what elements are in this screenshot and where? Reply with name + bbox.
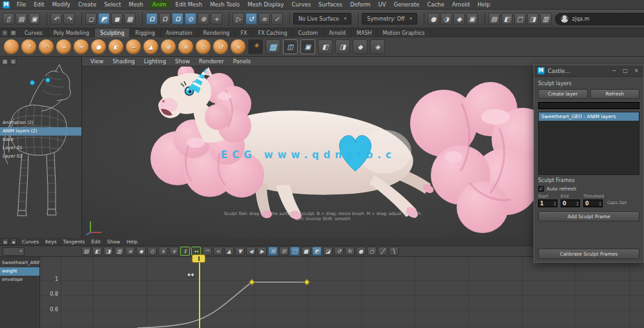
maximize-icon[interactable]: □ <box>621 68 629 74</box>
menu-item[interactable]: UV <box>375 1 390 8</box>
menu-item[interactable]: Edit Mesh <box>172 1 207 8</box>
add-sculpt-frame-button[interactable]: Add Sculpt Frame <box>538 211 639 221</box>
file-tool-icon[interactable]: ▣ <box>28 13 40 25</box>
menu-item[interactable]: Mesh <box>125 1 147 8</box>
menu-item[interactable]: Mesh Tools <box>206 1 244 8</box>
shelf-tool-icon[interactable]: ≡ <box>178 39 193 54</box>
menu-item[interactable]: Generate <box>390 1 424 8</box>
layer-name-field[interactable] <box>538 102 639 109</box>
panel-menu-icon[interactable]: ▤ <box>1 58 8 65</box>
graph-tool-icon[interactable]: ↺ <box>334 247 344 256</box>
render-icon[interactable]: ◑ <box>441 13 452 25</box>
graph-menu-item[interactable]: Help <box>123 239 141 245</box>
graph-tool-icon[interactable]: ∨ <box>169 247 179 256</box>
shelf-tool-icon[interactable]: ▲ <box>143 39 158 54</box>
panel-grid-icon[interactable]: ⊞ <box>10 58 17 65</box>
graph-tool-icon[interactable]: ■ <box>301 247 311 256</box>
shelf-tab[interactable]: Poly Modeling <box>48 28 95 37</box>
menu-item[interactable]: Create <box>74 1 100 8</box>
graph-tool-icon[interactable]: ▤ <box>81 247 91 256</box>
snap-icon[interactable]: Ω <box>146 13 158 25</box>
checkbox[interactable]: ✓ <box>538 186 544 192</box>
shelf-tool-icon[interactable]: ● <box>91 39 106 54</box>
refresh-button[interactable]: Refresh <box>590 89 640 99</box>
channel-row[interactable]: Sweetheart_ANIM <box>0 259 39 267</box>
layer-list-item[interactable]: Layer 01 <box>0 144 81 152</box>
shelf-tool-icon[interactable]: ▦ <box>265 39 280 54</box>
graph-tool-icon[interactable]: ↕ <box>180 247 190 256</box>
shelf-tool-icon[interactable]: ◈ <box>370 39 385 54</box>
shelf-tab[interactable]: Custom <box>293 28 324 37</box>
graph-tool-icon[interactable]: ⊞ <box>268 247 278 256</box>
graph-tool-icon[interactable]: ◀ <box>246 247 256 256</box>
graph-menu-item[interactable]: Curves <box>19 239 42 245</box>
shelf-tool-icon[interactable]: * <box>248 39 263 54</box>
shelf-tool-icon[interactable]: ~ <box>126 39 141 54</box>
graph-tool-icon[interactable]: ▥ <box>114 247 124 256</box>
account-widget[interactable]: zjqa.m ▾ <box>555 13 644 25</box>
window-title-bar[interactable]: M Castle... ─ □ × <box>534 65 643 77</box>
graph-tool-icon[interactable]: ╲ <box>389 247 399 256</box>
undo-redo-icon[interactable]: ↶ <box>50 13 62 25</box>
graph-tool-icon[interactable]: ◪ <box>323 247 333 256</box>
shelf-tool-icon[interactable]: ◇ <box>196 39 211 54</box>
shelf-tool-icon[interactable]: ↑ <box>21 39 36 54</box>
shelf-options-icon[interactable]: ▤ <box>10 30 17 37</box>
menu-item[interactable]: Help <box>473 1 493 8</box>
render-icon[interactable]: ● <box>428 13 439 25</box>
shelf-tab[interactable]: Rendering <box>198 28 236 37</box>
snap-icon[interactable]: Ω <box>159 13 171 25</box>
shelf-tool-icon[interactable]: ◨ <box>335 39 350 54</box>
shelf-tool-icon[interactable]: ▣ <box>300 39 315 54</box>
snap-icon[interactable]: ⊙ <box>185 13 196 25</box>
graph-tool-icon[interactable]: ▲ <box>224 247 234 256</box>
numeric-field[interactable]: End 0▴▾ <box>561 194 580 207</box>
selection-mask-icon[interactable]: ◩ <box>98 13 110 25</box>
layer-list-item[interactable]: Sweetheart_GEO : ANIM layers <box>539 112 639 121</box>
menu-item[interactable]: Deform <box>346 1 375 8</box>
shelf-tab[interactable]: Sculpting <box>95 28 130 37</box>
menu-item[interactable]: Surfaces <box>315 1 346 8</box>
graph-tool-icon[interactable]: ╱ <box>378 247 388 256</box>
layer-list-item[interactable]: Layer 02 <box>0 152 81 161</box>
graph-tool-icon[interactable]: ⊟ <box>279 247 289 256</box>
graph-tool-icon[interactable]: ○ <box>367 247 377 256</box>
sculpt-layers-window[interactable]: M Castle... ─ □ × Sculpt layers Create l… <box>534 65 644 263</box>
close-icon[interactable]: × <box>632 68 640 74</box>
channel-row[interactable]: envelope <box>0 276 39 284</box>
shelf-tool-icon[interactable]: ⊕ <box>161 39 176 54</box>
menu-item[interactable]: Edit <box>30 1 48 8</box>
shelf-tab[interactable]: MASH <box>351 28 377 37</box>
graph-tool-icon[interactable]: ▼ <box>235 247 245 256</box>
shelf-tab[interactable]: Animation <box>161 28 198 37</box>
shelf-tab[interactable]: Arnold <box>324 28 351 37</box>
shelf-tool-icon[interactable]: + <box>56 39 71 54</box>
graph-menu-item[interactable]: Keys <box>42 239 60 245</box>
symmetry-dropdown[interactable]: Symmetry: Off▾ <box>362 13 417 25</box>
graph-tool-icon[interactable]: □ <box>290 247 300 256</box>
menu-item[interactable]: Arnold <box>448 1 474 8</box>
file-tool-icon[interactable]: ▯ <box>3 13 14 25</box>
panel-menu-item[interactable]: Lighting <box>140 58 171 65</box>
channel-row[interactable]: weight <box>0 267 39 276</box>
graph-tool-icon[interactable]: ≈ <box>213 247 223 256</box>
history-icon[interactable]: ✓ <box>271 13 283 25</box>
animation-curve[interactable] <box>40 257 644 328</box>
selection-mask-icon[interactable]: ◼ <box>111 13 123 25</box>
stat-dropdown[interactable]: ▾ <box>3 247 25 256</box>
shelf-tab[interactable]: FX <box>235 28 253 37</box>
minimize-icon[interactable]: ─ <box>610 68 618 74</box>
history-icon[interactable]: ↺ <box>245 13 257 25</box>
numeric-field[interactable]: Threshold 0▴▾ <box>583 194 604 207</box>
graph-tool-icon[interactable]: ◧ <box>92 247 102 256</box>
shelf-tool-icon[interactable]: ◧ <box>318 39 333 54</box>
graph-menu-item[interactable]: Tangents <box>60 239 88 245</box>
panel-menu-item[interactable]: Show <box>171 58 194 65</box>
numeric-field[interactable]: Start 1▴▾ <box>538 194 557 207</box>
graph-tool-icon[interactable]: ▶ <box>257 247 267 256</box>
layer-list-item[interactable]: Animation (2) <box>0 119 81 127</box>
playhead-handle[interactable] <box>192 254 205 263</box>
playhead-line[interactable] <box>199 257 200 328</box>
shelf-tab[interactable]: Rigging <box>130 28 160 37</box>
display-layer-icon[interactable]: ▤ <box>488 13 500 25</box>
